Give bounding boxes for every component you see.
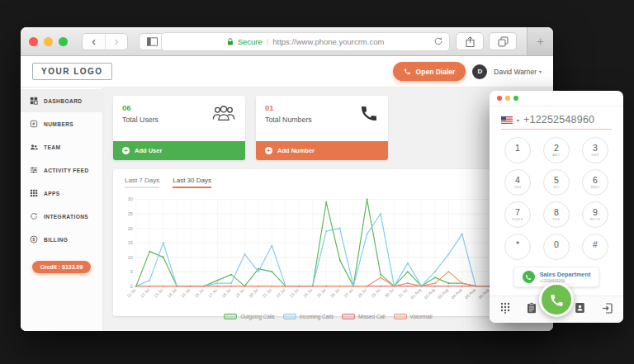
show-tabs-button[interactable] [489,32,517,50]
key-4[interactable]: 4GHI [504,169,531,196]
key-digit: * [516,240,519,250]
total-numbers-value: 01 [265,103,312,112]
stat-cards-row: 06 Total Users [113,96,543,160]
sidebar: DASHBOARD # NUMBERS TEAM [21,87,103,331]
key-star[interactable]: * [504,234,531,260]
key-digit: 7 [515,208,520,218]
key-1[interactable]: 1 [504,137,531,163]
svg-text:30: 30 [128,196,133,201]
sidebar-item-label: TEAM [44,144,60,150]
sidebar-item-team[interactable]: TEAM [21,135,102,158]
call-phone-icon [549,292,565,308]
forward-button[interactable]: › [105,34,127,50]
key-8[interactable]: 8TUV [543,201,570,228]
lock-icon [227,38,234,45]
key-2[interactable]: 2ABC [543,137,570,163]
crm-app: YOUR LOGO Open Dialer D David Warner ▾ [21,56,553,331]
key-digit: 4 [515,176,520,186]
key-digit: 8 [554,208,559,218]
svg-text:28 Jul: 28 Jul [357,288,367,299]
sidebar-item-label: NUMBERS [44,121,73,127]
address-bar[interactable]: Secure | https://www.phone.yourcrm.com [161,32,450,51]
legend-swatch-missed [342,314,355,319]
svg-text:5: 5 [130,269,133,274]
back-button[interactable]: ‹ [83,34,105,50]
key-letters: + [556,249,558,253]
key-9[interactable]: 9WXYZ [582,201,608,228]
new-tab-button[interactable]: + [527,27,553,55]
svg-text:19 Jul: 19 Jul [234,288,245,299]
zoom-window-icon[interactable] [59,37,68,46]
sidebar-item-dashboard[interactable]: DASHBOARD [21,89,102,112]
svg-text:14 Jul: 14 Jul [167,288,177,299]
refresh-button[interactable] [433,36,443,48]
user-menu[interactable]: David Warner ▾ [494,68,542,76]
sidebar-item-numbers[interactable]: # NUMBERS [21,112,102,135]
key-6[interactable]: 6MNO [582,169,608,196]
country-chevron-icon[interactable]: ▾ [517,117,519,123]
close-window-icon[interactable] [29,37,38,46]
key-digit: 3 [593,144,598,154]
dashboard-icon [30,97,38,105]
sidebar-item-integrations[interactable]: INTEGRATIONS [21,205,102,228]
tabs-overview-icon [498,36,509,47]
key-digit: 0 [554,240,559,250]
dialer-zoom-icon[interactable] [513,96,518,101]
sidebar-item-apps[interactable]: APPS [21,182,102,205]
open-dialer-button[interactable]: Open Dialer [393,62,466,81]
sign-out-button[interactable] [602,302,613,317]
traffic-lights [29,37,68,46]
sidebar-item-label: DASHBOARD [44,98,82,104]
sidebar-item-billing[interactable]: $ BILLING [21,228,102,251]
call-button[interactable] [539,282,574,317]
us-flag-icon[interactable] [501,116,513,124]
key-letters: ABC [552,153,560,157]
avatar[interactable]: D [472,64,487,79]
svg-text:16 Jul: 16 Jul [194,288,205,299]
calls-chart: 05101520253011 Jul12 Jul13 Jul14 Jul15 J… [121,194,535,310]
dialer-minimize-icon[interactable] [505,96,510,101]
key-5[interactable]: 5JKL [543,169,570,196]
key-hash[interactable]: # [582,234,608,260]
billing-icon: $ [30,235,38,243]
legend-incoming-calls: Incoming Calls [283,314,334,319]
key-7[interactable]: 7PQRS [504,201,531,228]
share-button[interactable] [456,32,484,50]
plus-icon: + [122,147,130,154]
svg-text:30 Jul: 30 Jul [384,288,395,299]
add-user-button[interactable]: + Add User [113,141,245,160]
dialpad-button[interactable] [500,302,510,317]
svg-text:#: # [32,121,35,126]
svg-text:02 Aug: 02 Aug [423,288,436,300]
dialer-close-icon[interactable] [497,96,502,101]
call-log-button[interactable] [527,302,537,317]
minimize-window-icon[interactable] [44,37,53,46]
plus-icon: + [265,147,272,154]
total-numbers-card-top: 01 Total Numbers [256,96,388,141]
sidebar-item-activity-feed[interactable]: ACTIVITY FEED [21,158,102,182]
contact-phone-icon [523,271,535,283]
tab-last-7-days[interactable]: Last 7 Days [125,177,159,188]
legend-label: Incoming Calls [300,314,334,319]
svg-text:29 Jul: 29 Jul [371,288,381,299]
legend-label: Voicemail [410,314,433,319]
browser-window: ‹ › Secure | https://www.phone.yourcrm.c… [21,27,553,331]
contacts-button[interactable] [575,302,585,317]
key-3[interactable]: 3DEF [582,137,608,163]
sidebar-toggle-icon [147,37,158,46]
svg-text:20: 20 [128,226,133,231]
svg-text:04 Aug: 04 Aug [451,288,463,300]
tab-last-30-days[interactable]: Last 30 Days [173,177,211,188]
dialer-footer [490,295,623,323]
refresh-icon [433,36,443,46]
user-name: David Warner [494,68,537,76]
clipboard-icon [527,302,537,314]
key-digit: 1 [515,144,520,154]
dialed-number-input[interactable]: +12252548960 [523,114,594,125]
svg-text:10: 10 [128,255,133,260]
add-number-button[interactable]: + Add Number [256,141,388,160]
dial-keypad: 1 2ABC 3DEF 4GHI 5JKL 6MNO 7PQRS 8TUV 9W… [490,137,623,260]
browser-toolbar: ‹ › Secure | https://www.phone.yourcrm.c… [21,27,553,56]
key-0[interactable]: 0+ [543,234,570,260]
svg-text:18 Jul: 18 Jul [221,288,232,299]
